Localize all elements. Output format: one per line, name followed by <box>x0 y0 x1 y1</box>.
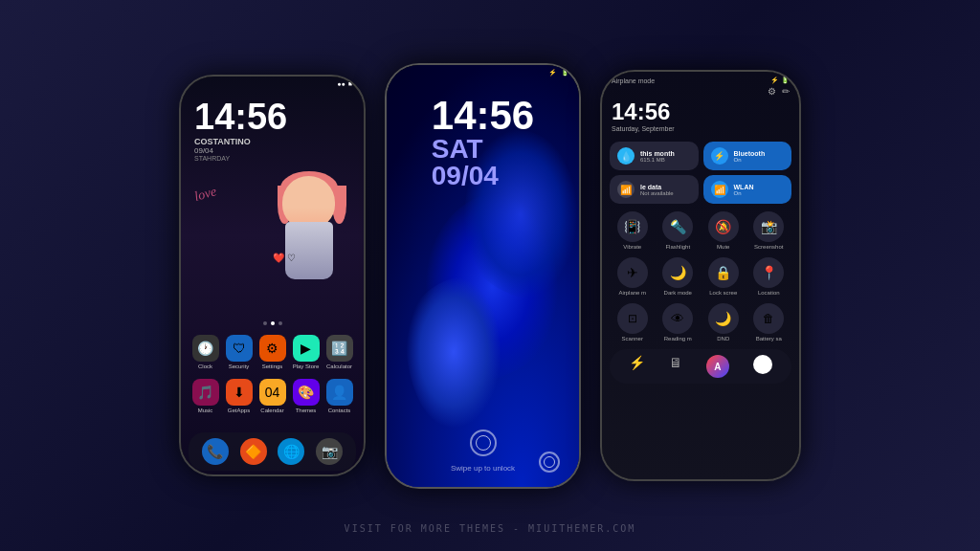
quick-scanner[interactable]: ⊡ Scanner <box>613 303 652 342</box>
tile-mobile-data[interactable]: 📶 le data Not available <box>610 175 699 204</box>
location-icon: 📍 <box>753 257 784 288</box>
center-status-bar: ⚡ 🔋 <box>387 65 579 77</box>
center-date: 09/04 <box>432 163 534 189</box>
bluetooth-status: On <box>734 157 785 163</box>
dot-2 <box>271 321 275 325</box>
right-top-bar: Airplane mode ⚡ 🔋 <box>602 72 799 86</box>
camera-inner-ring <box>476 435 491 451</box>
flashlight-label: Flashlight <box>665 244 690 250</box>
scanner-label: Scanner <box>622 336 643 342</box>
dock-getapps[interactable]: 🔶 <box>240 438 267 465</box>
bluetooth-icon-center: ⚡ <box>548 69 557 77</box>
settings-gear-icon[interactable]: ⚙ <box>768 86 776 97</box>
control-row-1: 💧 this month 615.1 MB ⚡ Bluetooth On <box>610 142 791 170</box>
screen-right: Airplane mode ⚡ 🔋 ⚙ ✏ 14:56 Saturday, Se… <box>602 72 799 479</box>
left-date-user: COSTANTINO 09/04 STAHRDAY <box>181 135 364 167</box>
quick-battery-save[interactable]: 🗑 Battery sa <box>749 303 788 342</box>
swipe-unlock-text: Swipe up to unlock <box>451 464 515 473</box>
darkmode-icon: 🌙 <box>662 257 693 288</box>
center-clock-time: 14:56 <box>432 96 534 136</box>
wlan-icon: 📶 <box>711 181 728 198</box>
control-tiles-grid: 💧 this month 615.1 MB ⚡ Bluetooth On <box>602 138 799 208</box>
dock-phone[interactable]: 📞 <box>202 438 229 465</box>
love-text: love <box>192 184 218 204</box>
app-playstore[interactable]: ▶ Play Store <box>291 335 322 369</box>
page-dots <box>181 318 364 329</box>
app-settings[interactable]: ⚙ Settings <box>257 335 288 369</box>
quick-flashlight[interactable]: 🔦 Flashlight <box>658 211 697 250</box>
phone-right: Airplane mode ⚡ 🔋 ⚙ ✏ 14:56 Saturday, Se… <box>600 70 801 481</box>
location-label: Location <box>758 290 780 296</box>
center-time-display: 14:56 SAT 09/04 <box>416 77 549 199</box>
bluetooth-tile-icon: ⚡ <box>711 147 728 165</box>
app-settings-icon: ⚙ <box>259 335 286 362</box>
lockscreen-label: Lock scree <box>709 290 737 296</box>
quick-location[interactable]: 📍 Location <box>749 257 788 296</box>
quick-airplane[interactable]: ✈ Airplane m <box>613 257 652 296</box>
quick-screenshot[interactable]: 📸 Screenshot <box>749 211 788 250</box>
mobile-data-text: le data Not available <box>640 184 691 196</box>
quick-darkmode[interactable]: 🌙 Dark mode <box>658 257 697 296</box>
data-usage-icon: 💧 <box>617 147 635 165</box>
quick-dnd[interactable]: 🌙 DND <box>704 303 743 342</box>
data-usage-month-label: this month <box>640 150 691 157</box>
quick-vibrate[interactable]: 📳 Vibrate <box>613 211 652 250</box>
center-camera-right-icon[interactable] <box>539 452 560 473</box>
app-themes[interactable]: 🎨 Themes <box>291 379 322 413</box>
app-music[interactable]: 🎵 Music <box>190 379 221 413</box>
tile-wlan[interactable]: 📶 WLAN On <box>703 175 792 204</box>
quick-lockscreen[interactable]: 🔒 Lock scree <box>704 257 743 296</box>
edit-icon[interactable]: ✏ <box>782 86 790 97</box>
bottom-screen-icon[interactable]: 🖥 <box>669 355 682 378</box>
screen-center: ⚡ 🔋 14:56 SAT 09/04 Swipe up to unlock <box>387 65 579 487</box>
quick-mute[interactable]: 🔕 Mute <box>704 211 743 250</box>
bluetooth-label: Bluetooth <box>734 150 785 157</box>
left-subtext: STAHRDAY <box>194 155 350 162</box>
tile-data-usage[interactable]: 💧 this month 615.1 MB <box>610 142 699 170</box>
char-body <box>285 222 333 279</box>
tile-bluetooth[interactable]: ⚡ Bluetooth On <box>703 142 792 170</box>
app-calculator[interactable]: 🔢 Calculator <box>324 335 355 369</box>
lockscreen-icon: 🔒 <box>708 257 739 288</box>
bottom-circle-icon[interactable] <box>753 355 772 374</box>
reading-label: Reading m <box>664 336 692 342</box>
quick-icons-row-3: ⊡ Scanner 👁 Reading m 🌙 DND 🗑 Battery sa <box>602 299 799 345</box>
bt-icon-right: ⚡ <box>770 77 779 84</box>
screenshot-icon: 📸 <box>753 211 784 242</box>
app-calculator-label: Calculator <box>326 364 352 369</box>
battery-right: 🔋 <box>781 77 790 84</box>
phone-left: ●● ■ 14:56 COSTANTINO 09/04 STAHRDAY ❤️ … <box>179 75 366 476</box>
quick-reading[interactable]: 👁 Reading m <box>658 303 697 342</box>
app-music-icon: 🎵 <box>192 379 219 406</box>
dock-camera[interactable]: 📷 <box>316 438 343 465</box>
app-clock[interactable]: 🕐 Clock <box>190 335 221 369</box>
battery-save-icon: 🗑 <box>753 303 784 334</box>
dnd-label: DND <box>717 336 729 342</box>
right-clock-time: 14:56 <box>602 99 799 125</box>
bottom-flash-icon[interactable]: ⚡ <box>629 355 645 378</box>
airplane-mode-label: Airplane mode <box>612 77 655 84</box>
app-settings-label: Settings <box>262 364 283 369</box>
app-getapps[interactable]: ⬇ GetApps <box>224 379 255 413</box>
phone-center: ⚡ 🔋 14:56 SAT 09/04 Swipe up to unlock <box>385 63 581 489</box>
right-date: Saturday, September <box>602 125 799 138</box>
center-camera-shutter[interactable] <box>470 430 497 456</box>
flashlight-icon: 🔦 <box>662 211 693 242</box>
wlan-label: WLAN <box>734 184 785 190</box>
mobile-data-status: Not available <box>640 190 691 196</box>
mute-label: Mute <box>717 244 729 250</box>
airplane-icon: ✈ <box>617 257 648 288</box>
anime-character: ❤️ ♡ <box>268 176 354 310</box>
dot-1 <box>263 321 267 325</box>
app-music-label: Music <box>198 408 213 413</box>
dock-browser[interactable]: 🌐 <box>278 438 304 465</box>
screenshot-label: Screenshot <box>754 244 783 250</box>
app-security[interactable]: 🛡 Security <box>224 335 255 369</box>
reading-icon: 👁 <box>662 303 693 334</box>
app-calendar-icon: 04 <box>259 379 286 406</box>
bottom-a-icon[interactable]: A <box>706 355 729 378</box>
app-calendar[interactable]: 04 Calendar <box>257 379 288 413</box>
app-icons-grid: 🕐 Clock 🛡 Security ⚙ Settings ▶ Play Sto… <box>181 329 364 429</box>
app-contacts-label: Contacts <box>328 408 351 413</box>
app-contacts[interactable]: 👤 Contacts <box>324 379 355 413</box>
